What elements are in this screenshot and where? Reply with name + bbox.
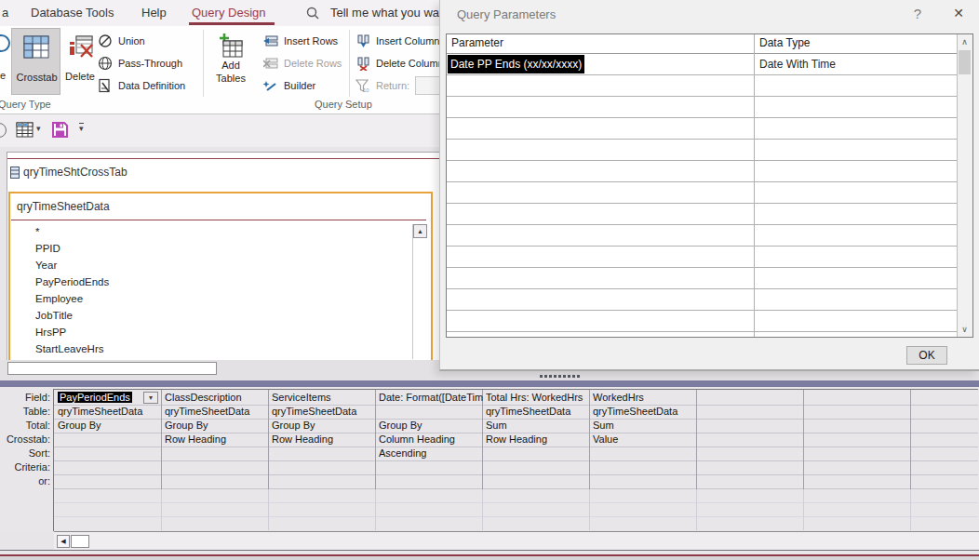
qbe-cell-table[interactable]: qryTimeSheetData — [483, 405, 590, 418]
qbe-cell-field[interactable]: ServiceItems — [269, 391, 376, 404]
grid-row-line-light — [54, 502, 978, 503]
query-object-icon — [10, 167, 20, 179]
parameter-row[interactable] — [447, 182, 972, 204]
add-tables-button[interactable]: Add Tables — [210, 28, 251, 95]
grid-hscrollbar[interactable]: ◀ — [54, 531, 979, 550]
grid-row-line — [54, 474, 978, 475]
tab-query-design[interactable]: Query Design — [192, 6, 265, 20]
qbe-cell-total[interactable]: Group By — [162, 419, 269, 432]
parameter-row[interactable] — [447, 118, 972, 140]
field-list-item[interactable]: PPID — [10, 240, 407, 257]
parameter-row[interactable] — [447, 140, 972, 161]
hscroll-thumb[interactable] — [71, 535, 89, 548]
data-definition-button[interactable]: Data Definition — [98, 76, 185, 95]
dialog-scroll-up-icon[interactable]: ∧ — [958, 34, 972, 49]
save-icon[interactable] — [51, 121, 69, 139]
pass-through-button[interactable]: Pass-Through — [98, 54, 182, 73]
grid-column-line-light — [375, 489, 376, 530]
qbe-cell-field[interactable]: Total Hrs: WorkedHrs — [483, 391, 590, 404]
customize-qat-icon[interactable]: ▾ — [79, 123, 84, 133]
scroll-left-icon[interactable]: ◀ — [57, 535, 70, 548]
parameter-row[interactable] — [447, 75, 972, 97]
object-tab-label[interactable]: qryTimeShtCrossTab — [23, 166, 127, 179]
field-list-item[interactable]: HrsPP — [10, 324, 407, 340]
tellme-box[interactable]: Tell me what you wa — [330, 6, 439, 20]
parameter-name-cell[interactable]: Date PP Ends (xx/xx/xxxx) — [448, 55, 584, 73]
grid-column-line-light — [268, 489, 269, 530]
field-list-item[interactable]: JobTitle — [10, 307, 407, 324]
dialog-scrollbar[interactable]: ∧ ∨ — [957, 34, 972, 337]
crosstab-button[interactable]: Crosstab — [11, 28, 60, 95]
parameter-row[interactable] — [447, 97, 972, 118]
delete-column-button[interactable]: Delete Column — [355, 54, 444, 73]
qbe-cell-table[interactable]: qryTimeSheetData — [162, 405, 269, 418]
active-tab-underline — [189, 22, 275, 25]
pass-through-label: Pass-Through — [118, 58, 182, 69]
return-control[interactable]: 10 Return: — [355, 76, 409, 95]
dialog-title: Query Parameters — [457, 7, 556, 21]
tab-help[interactable]: Help — [141, 6, 167, 20]
dialog-scroll-down-icon[interactable]: ∨ — [958, 322, 972, 337]
parameter-row[interactable] — [447, 268, 972, 289]
insert-rows-button[interactable]: Insert Rows — [263, 32, 338, 50]
field-list-item[interactable]: StartLeaveHrs — [10, 340, 407, 357]
qbe-cell-sort[interactable]: Ascending — [376, 447, 483, 460]
parameter-datatype-cell[interactable]: Date With Time — [759, 55, 836, 73]
qbe-cell-crosstab[interactable]: Row Heading — [269, 433, 376, 446]
qbe-row-label: Crosstab: — [0, 433, 50, 447]
field-list-window[interactable]: qryTimeSheetData *PPIDYearPayPeriodEndsE… — [8, 192, 433, 363]
parameter-row[interactable] — [447, 161, 972, 182]
delete-rows-button[interactable]: Delete Rows — [263, 54, 342, 73]
qbe-row-label: Total: — [0, 419, 50, 433]
delete-query-button[interactable]: Delete — [62, 28, 98, 95]
parameter-row[interactable] — [447, 204, 972, 225]
qbe-cell-total[interactable]: Group By — [55, 419, 162, 432]
qbe-cell-table[interactable]: qryTimeSheetData — [269, 405, 376, 418]
parameter-row[interactable]: Date PP Ends (xx/xx/xxxx)Date With Time — [447, 54, 972, 75]
qbe-cell-total[interactable]: Sum — [590, 419, 697, 432]
insert-column-button[interactable]: Insert Column — [355, 32, 439, 50]
ok-button[interactable]: OK — [906, 346, 947, 365]
parameter-row[interactable] — [447, 247, 972, 268]
scroll-up-icon[interactable]: ▲ — [413, 224, 427, 238]
qbe-cell-total[interactable]: Group By — [376, 419, 483, 432]
help-icon[interactable]: ? — [905, 6, 930, 21]
tab-database-tools[interactable]: Database Tools — [31, 6, 114, 20]
parameter-row[interactable] — [447, 332, 972, 338]
field-list-item[interactable]: PayPeriodEnds — [10, 273, 407, 290]
field-list-item[interactable]: Employee — [10, 290, 407, 307]
tab-truncated[interactable]: a — [2, 6, 8, 20]
qbe-cell-field[interactable]: ClassDescription — [162, 391, 269, 404]
qbe-cell-field[interactable]: Date: Format([DateTime — [376, 391, 483, 404]
qbe-cell-crosstab[interactable]: Column Heading — [376, 433, 483, 446]
qbe-cell-table[interactable]: qryTimeSheetData — [590, 405, 697, 418]
qbe-cell-total[interactable]: Group By — [269, 419, 376, 432]
builder-button[interactable]: Builder — [263, 76, 315, 95]
parameters-table[interactable]: Parameter Data Type Date PP Ends (xx/xx/… — [446, 33, 973, 338]
parameter-row[interactable] — [447, 289, 972, 311]
dialog-scroll-thumb[interactable] — [959, 50, 971, 74]
qbe-cell-crosstab[interactable]: Row Heading — [162, 433, 269, 446]
view-dropdown-chevron-icon[interactable]: ▾ — [36, 124, 41, 133]
qbe-cell-total[interactable]: Sum — [483, 419, 590, 432]
datasheet-view-icon[interactable] — [16, 122, 34, 138]
surface-hscrollbar[interactable] — [7, 362, 217, 375]
qbe-cell-crosstab[interactable]: Row Heading — [483, 433, 590, 446]
field-combo-dropdown[interactable]: ▾ — [143, 392, 158, 404]
return-value-input[interactable] — [415, 76, 441, 95]
parameter-row[interactable] — [447, 225, 972, 247]
qbe-cell-crosstab[interactable]: Value — [590, 433, 697, 446]
access-window: a Database Tools Help Query Design Tell … — [0, 0, 979, 560]
qbe-cell-table[interactable]: qryTimeSheetData — [55, 405, 162, 418]
parameter-row[interactable] — [447, 311, 972, 332]
field-list-item[interactable]: Year — [10, 257, 407, 273]
grid-column-line-light — [696, 489, 697, 530]
insert-column-icon — [355, 34, 370, 48]
close-icon[interactable]: ✕ — [946, 6, 971, 20]
group-divider-2 — [349, 30, 350, 97]
field-list-scrollbar[interactable]: ▲ — [412, 224, 428, 359]
grid-column-line — [910, 390, 911, 489]
field-list-item[interactable]: * — [10, 223, 407, 240]
union-button[interactable]: Union — [98, 32, 145, 50]
qbe-cell-field[interactable]: WorkedHrs — [590, 391, 697, 404]
